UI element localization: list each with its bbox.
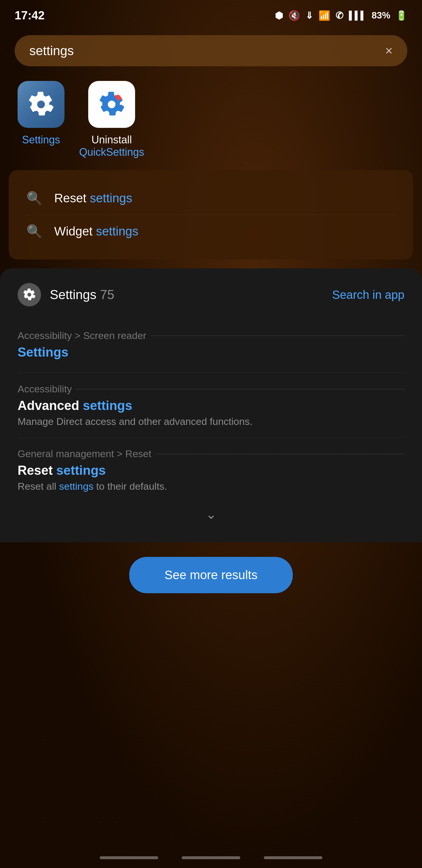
suggestion-widget-highlight: settings [96,224,138,238]
suggestions-panel: 🔍 Reset settings 🔍 Widget settings [9,170,413,259]
results-header-left: Settings 75 [18,283,114,306]
result-title-3: Reset settings [18,463,404,478]
signal2-icon: ▌▌▌ [349,11,366,20]
result-subtitle-highlight-3: settings [59,480,94,492]
gear-icon [28,91,54,118]
divider-2 [18,437,404,438]
battery-icon: 🔋 [396,10,407,21]
result-item-2[interactable]: Accessibility Advanced settings Manage D… [18,374,404,436]
search-icon-1: 🔍 [26,191,42,206]
show-more-chevron[interactable]: ⌄ [18,501,404,528]
app-name-text: Settings [50,287,96,302]
bluetooth-icon: ⬢ [275,10,283,21]
search-in-app-button[interactable]: Search in app [332,288,404,302]
nav-pill-3 [264,856,322,859]
result-path-text-3: General management > Reset [18,448,151,460]
suggestion-widget[interactable]: 🔍 Widget settings [26,215,396,248]
result-title-highlight-3: settings [56,463,106,477]
wifi-icon: 📶 [319,10,330,21]
uninstall-label-highlight: QuickSettings [79,146,144,158]
mute-icon: 🔇 [288,10,300,21]
app-icons-row: Settings UninstallQuickSettings [0,75,422,170]
download-icon: ⇓ [305,10,313,21]
results-app-icon [18,283,41,306]
results-app-name: Settings 75 [50,287,114,302]
results-count: 75 [96,287,114,302]
result-item-1[interactable]: Accessibility > Screen reader Settings [18,321,404,371]
results-panel: Settings 75 Search in app Accessibility … [0,268,422,542]
result-title-highlight-1: Settings [18,345,69,359]
clear-button[interactable]: × [385,43,393,58]
result-title-2: Advanced settings [18,398,404,413]
search-icon-2: 🔍 [26,224,42,239]
uninstall-quicksettings-icon[interactable]: UninstallQuickSettings [79,81,144,158]
result-path-dots-1 [151,336,404,336]
result-title-highlight-2: settings [83,398,132,412]
result-title-1: Settings [18,345,404,360]
nav-pill-2 [182,856,240,859]
suggestion-reset-text: Reset settings [54,191,132,205]
results-header: Settings 75 Search in app [18,283,404,306]
battery-text: 83% [371,10,390,21]
settings-app-icon[interactable]: Settings [18,81,64,158]
uninstall-icon-img [88,81,135,128]
results-gear-icon [23,288,36,301]
see-more-section: See more results [0,542,422,605]
result-item-3[interactable]: General management > Reset Reset setting… [18,439,404,501]
uninstall-label-plain: UninstallQuickSettings [79,134,144,158]
nav-pill-1 [100,856,158,859]
result-path-2: Accessibility [18,383,404,395]
result-path-3: General management > Reset [18,448,404,460]
result-subtitle-2: Manage Direct access and other advanced … [18,416,404,427]
suggestion-widget-text: Widget settings [54,224,138,239]
settings-app-icon-img [18,81,64,128]
uninstall-gear-icon [98,91,125,118]
result-path-dots-2 [76,389,404,390]
status-bar: 17:42 ⬢ 🔇 ⇓ 📶 ✆ ▌▌▌ 83% 🔋 [0,0,422,26]
search-input[interactable] [29,43,379,58]
result-path-1: Accessibility > Screen reader [18,330,404,341]
result-subtitle-3: Reset all settings to their defaults. [18,480,404,492]
see-more-button[interactable]: See more results [129,557,292,593]
result-path-text-1: Accessibility > Screen reader [18,330,146,341]
settings-app-label: Settings [22,134,60,146]
status-time: 17:42 [15,9,44,22]
result-path-dots-3 [156,454,404,454]
suggestion-reset-highlight: settings [90,191,132,205]
divider-1 [18,373,404,373]
signal-icon: ✆ [335,10,344,21]
bottom-nav-bar [0,856,422,859]
suggestion-reset[interactable]: 🔍 Reset settings [26,182,396,215]
status-icons: ⬢ 🔇 ⇓ 📶 ✆ ▌▌▌ 83% 🔋 [275,10,407,21]
result-path-text-2: Accessibility [18,383,72,395]
search-bar[interactable]: × [15,35,407,66]
